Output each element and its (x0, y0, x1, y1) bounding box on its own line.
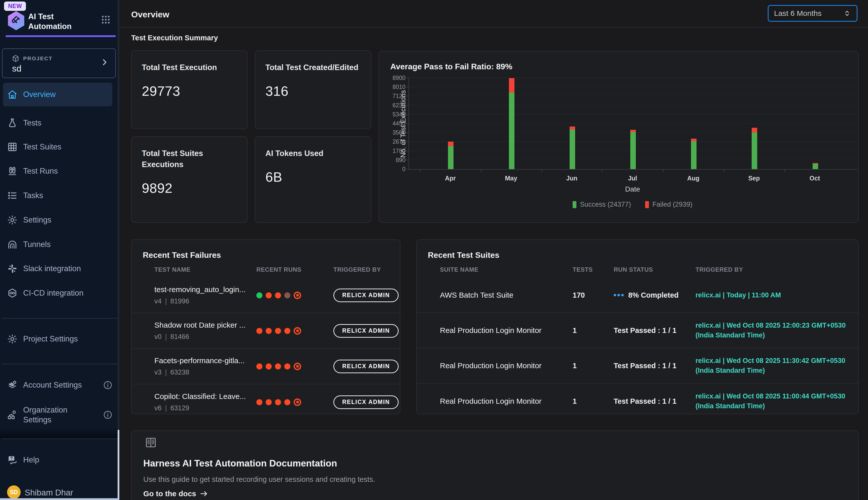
run-status-dot-failed[interactable] (266, 292, 272, 298)
documentation-icon (145, 436, 157, 448)
run-status-dot-failed[interactable] (284, 363, 290, 370)
sidebar: NEW AI Test Automation PROJECT sd (0, 0, 119, 500)
test-name[interactable]: Copilot: Classified: Leave... (154, 392, 256, 401)
y-tick-label: 8900 (380, 75, 406, 81)
run-status-dot-failed[interactable] (256, 363, 262, 370)
sidebar-item-slack-integration[interactable]: Slack integration (3, 261, 112, 277)
card-value: 9892 (142, 180, 237, 196)
time-range-select[interactable]: Last 6 Months (768, 5, 857, 22)
test-name[interactable]: test-removing_auto_login... (154, 285, 256, 294)
x-category-label: Jul (618, 175, 648, 182)
run-status-dot-failed[interactable] (275, 292, 281, 298)
sidebar-item-test-runs[interactable]: Test Runs (3, 163, 112, 179)
divider (2, 364, 117, 364)
info-icon[interactable] (103, 410, 113, 420)
suite-triggered-by[interactable]: relicx.ai | Wed Oct 08 2025 11:00:44 GMT… (695, 391, 858, 411)
suite-triggered-by[interactable]: relicx.ai | Today | 11:00 AM (695, 290, 858, 300)
run-status-dot-success[interactable] (256, 292, 262, 298)
card-label: Total Test Execution (142, 62, 237, 73)
user-avatar[interactable]: SD (7, 485, 21, 499)
progress-dot (618, 294, 620, 296)
chart-x-axis-title: Date (409, 185, 857, 193)
run-status-dot-failed[interactable] (275, 399, 281, 405)
user-name[interactable]: Shibam Dhar (25, 488, 73, 498)
test-name[interactable]: Facets-performance-gitla... (154, 356, 256, 365)
chart-title: Average Pass to Fail Ratio: 89% (390, 62, 512, 71)
chart-bar-may (509, 78, 515, 169)
new-badge: NEW (4, 1, 26, 11)
triggered-by-button[interactable]: RELICX ADMIN (333, 324, 399, 338)
sidebar-item-cicd-integration[interactable]: CI-CD integration (3, 285, 112, 301)
suite-name[interactable]: Real Production Login Monitor (440, 361, 573, 370)
sidebar-accent-divider (5, 35, 116, 37)
run-status-dot-current[interactable] (294, 398, 301, 406)
chart-bar-oct (813, 163, 818, 169)
sidebar-item-label: Tunnels (23, 240, 51, 249)
run-status-dot-failed[interactable] (275, 363, 281, 370)
run-status-dot-failed[interactable] (256, 328, 262, 334)
sidebar-item-label: CI-CD integration (23, 288, 83, 298)
gear-icon (7, 215, 17, 225)
home-icon (7, 89, 17, 100)
tunnel-icon (7, 239, 17, 250)
sidebar-item-organization-settings[interactable]: Organization Settings (3, 402, 112, 428)
project-selector[interactable]: PROJECT sd (2, 48, 116, 78)
sidebar-scrollbar-thumb[interactable] (118, 430, 119, 500)
sidebar-item-tasks[interactable]: Tasks (3, 188, 112, 204)
sidebar-item-label: Account Settings (23, 380, 82, 390)
apps-grid-icon[interactable] (100, 14, 111, 25)
legend-swatch (573, 201, 576, 208)
bar-success-segment (813, 164, 818, 169)
test-name[interactable]: Shadow root Date picker ... (154, 321, 256, 329)
summary-card-ai-tokens: AI Tokens Used 6B (255, 136, 371, 223)
suite-triggered-by[interactable]: relicx.ai | Wed Oct 08 2025 12:00:23 GMT… (695, 320, 858, 340)
suites-table-header: SUITE NAME TESTS RUN STATUS TRIGGERED BY (417, 266, 858, 273)
run-status-dot-failed[interactable] (275, 328, 281, 334)
recent-runs-cell (256, 292, 333, 299)
run-status-dot-failed[interactable] (266, 363, 272, 370)
bar-success-segment (570, 129, 575, 169)
run-status-dot-failed[interactable] (266, 399, 272, 405)
legend-swatch (645, 201, 649, 208)
sidebar-item-label: Tasks (23, 191, 43, 200)
run-status-dot-failed[interactable] (256, 399, 262, 405)
go-to-docs-link[interactable]: Go to the docs (143, 489, 208, 498)
run-status-dot-failed[interactable] (266, 328, 272, 334)
suite-name[interactable]: Real Production Login Monitor (440, 397, 573, 406)
triggered-by-button[interactable]: RELICX ADMIN (333, 395, 399, 409)
recent-runs-cell (256, 363, 333, 370)
run-status-dot-current[interactable] (294, 292, 301, 299)
y-tick-mark (406, 132, 409, 133)
app-logo (7, 11, 25, 30)
failures-table-row: Facets-performance-gitla...v3|63238RELIC… (132, 349, 400, 384)
y-tick-label: 890 (380, 157, 406, 163)
sidebar-item-overview[interactable]: Overview (3, 83, 112, 106)
run-status-dot-failed[interactable] (284, 399, 290, 405)
sidebar-item-tests[interactable]: Tests (3, 115, 112, 131)
svg-text:?: ? (10, 456, 13, 461)
suite-triggered-by[interactable]: relicx.ai | Wed Oct 08 2025 11:30:42 GMT… (695, 356, 858, 375)
sidebar-item-settings[interactable]: Settings (3, 212, 112, 228)
run-status-dot-failed[interactable] (284, 328, 290, 334)
suite-name[interactable]: AWS Batch Test Suite (440, 291, 573, 299)
failures-table-body: test-removing_auto_login...v4|81996RELIC… (132, 278, 400, 420)
test-run-id: 63238 (171, 368, 189, 376)
run-status-dot-current[interactable] (294, 327, 301, 335)
run-status-dot-current[interactable] (294, 363, 301, 370)
suite-name[interactable]: Real Production Login Monitor (440, 326, 573, 335)
chart-bar-apr (448, 141, 454, 169)
failures-table-row: test-removing_auto_login...v4|81996RELIC… (132, 278, 400, 313)
triggered-by-button[interactable]: RELICX ADMIN (333, 288, 399, 302)
triggered-by-button[interactable]: RELICX ADMIN (333, 360, 399, 373)
sidebar-horizontal-scrollbar[interactable] (0, 498, 119, 500)
sidebar-item-test-suites[interactable]: Test Suites (3, 139, 112, 155)
sidebar-item-label: Organization Settings (23, 405, 94, 425)
help-chat-icon: ? (7, 455, 17, 465)
column-header: TESTS (573, 266, 614, 273)
info-icon[interactable] (103, 380, 113, 390)
sidebar-item-account-settings[interactable]: Account Settings (3, 377, 112, 393)
sidebar-item-help[interactable]: ? Help (3, 452, 112, 468)
sidebar-item-tunnels[interactable]: Tunnels (3, 236, 112, 252)
sidebar-item-project-settings[interactable]: Project Settings (3, 331, 112, 347)
run-status-dot-stale[interactable] (284, 292, 290, 298)
